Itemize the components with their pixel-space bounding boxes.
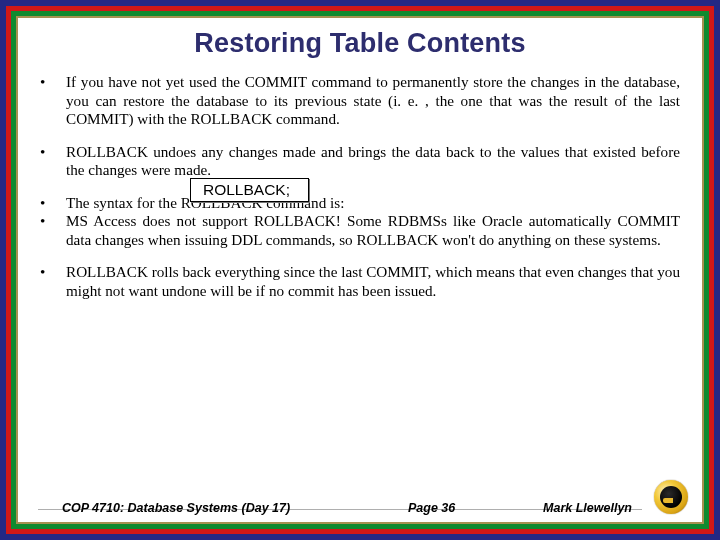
bullet-text: ROLLBACK rolls back everything since the… bbox=[66, 263, 680, 300]
bullet-dot: • bbox=[40, 73, 66, 129]
ucf-logo-icon bbox=[654, 480, 688, 514]
slide-border-3: Restoring Table Contents • If you have n… bbox=[11, 11, 709, 529]
bullet-dot: • bbox=[40, 263, 66, 300]
slide-title: Restoring Table Contents bbox=[40, 28, 680, 59]
slide-footer: COP 4710: Database Systems (Day 17) Page… bbox=[18, 501, 702, 515]
bullet-dot: • bbox=[40, 143, 66, 180]
bullet-dot: • bbox=[40, 212, 66, 249]
slide-border-2: Restoring Table Contents • If you have n… bbox=[6, 6, 714, 534]
slide-body: Restoring Table Contents • If you have n… bbox=[16, 16, 704, 524]
bullet-text: MS Access does not support ROLLBACK! Som… bbox=[66, 212, 680, 249]
list-item: • MS Access does not support ROLLBACK! S… bbox=[40, 212, 680, 249]
bullet-text: If you have not yet used the COMMIT comm… bbox=[66, 73, 680, 129]
footer-author: Mark Llewellyn bbox=[543, 501, 632, 515]
rollback-syntax-box: ROLLBACK; bbox=[190, 178, 309, 202]
list-item: • If you have not yet used the COMMIT co… bbox=[40, 73, 680, 129]
bullet-list-2: • MS Access does not support ROLLBACK! S… bbox=[40, 212, 680, 522]
slide-border-1: Restoring Table Contents • If you have n… bbox=[0, 0, 720, 540]
footer-text: COP 4710: Database Systems (Day 17) Page… bbox=[18, 501, 702, 515]
bullet-text: ROLLBACK undoes any changes made and bri… bbox=[66, 143, 680, 180]
list-item: • ROLLBACK rolls back everything since t… bbox=[40, 263, 680, 300]
footer-page: Page 36 bbox=[320, 501, 543, 515]
footer-course: COP 4710: Database Systems (Day 17) bbox=[62, 501, 290, 515]
list-item: • ROLLBACK undoes any changes made and b… bbox=[40, 143, 680, 180]
